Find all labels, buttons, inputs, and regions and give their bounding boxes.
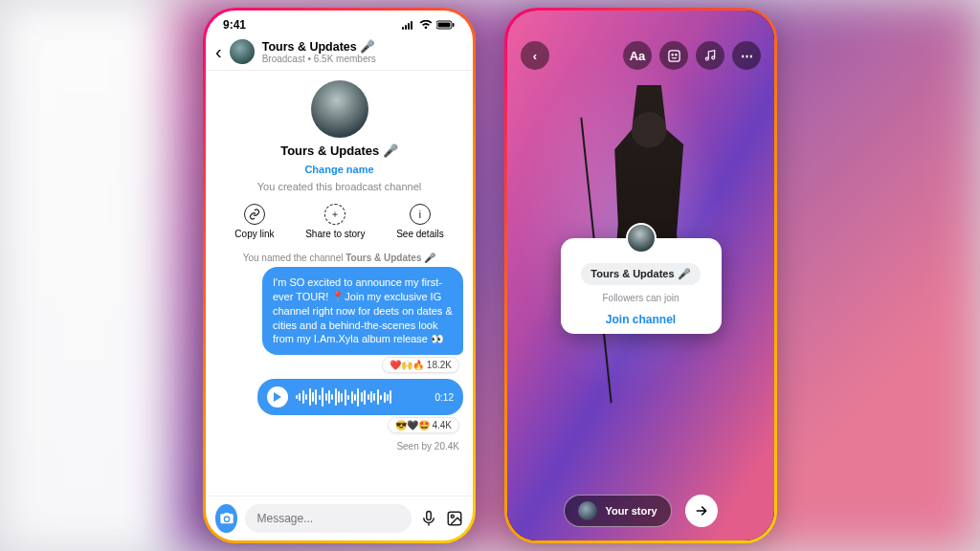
channel-system-note: You created this broadcast channel <box>257 181 421 192</box>
add-story-icon: ＋ <box>324 204 345 225</box>
chat-header: ‹ Tours & Updates 🎤 Broadcast • 6.5K mem… <box>206 33 473 71</box>
seen-by-label: Seen by 20.4K <box>396 441 459 452</box>
sticker-title: Tours & Updates 🎤 <box>581 263 700 285</box>
message-text[interactable]: I'm SO excited to announce my first-ever… <box>262 267 463 355</box>
message-reactions[interactable]: ❤️🙌🔥 18.2K <box>382 357 459 373</box>
header-subtitle: Broadcast • 6.5K members <box>262 54 376 64</box>
message-input[interactable] <box>245 504 412 533</box>
link-icon <box>244 204 265 225</box>
story-tools: ‹ Aa ⋯ <box>507 41 774 70</box>
gallery-button[interactable] <box>445 507 463 530</box>
copy-link-label: Copy link <box>234 229 274 239</box>
mic-button[interactable] <box>419 507 437 530</box>
channel-avatar[interactable] <box>311 80 368 138</box>
system-message: You named the channel Tours & Updates 🎤 <box>206 253 473 263</box>
music-tool[interactable] <box>696 41 724 70</box>
sticker-avatar <box>626 223 657 253</box>
info-icon: i <box>410 204 431 225</box>
avatar-icon <box>578 501 597 520</box>
battery-icon <box>436 20 456 30</box>
wifi-icon <box>419 20 433 30</box>
voice-reactions[interactable]: 😎🖤🤩 4.4K <box>388 417 459 433</box>
your-story-label: Your story <box>605 505 657 517</box>
your-story-button[interactable]: Your story <box>564 495 671 527</box>
phone-story-editor: 9:41 ‹ Aa ⋯ Tours & Updates 🎤 Followers … <box>504 8 777 543</box>
svg-point-10 <box>672 54 673 55</box>
back-icon[interactable]: ‹ <box>215 42 222 61</box>
svg-point-5 <box>451 515 454 518</box>
svg-rect-1 <box>438 23 451 28</box>
join-channel-sticker[interactable]: Tours & Updates 🎤 Followers can join Joi… <box>561 238 722 334</box>
header-title[interactable]: Tours & Updates 🎤 <box>262 39 376 54</box>
channel-name: Tours & Updates 🎤 <box>280 143 398 158</box>
svg-point-11 <box>675 54 676 55</box>
composer <box>206 496 473 540</box>
more-tool[interactable]: ⋯ <box>732 41 761 70</box>
phone-broadcast-channel: 9:41 ‹ Tours & Updates 🎤 Broadcast • 6.5… <box>203 8 476 543</box>
sticker-tool[interactable] <box>659 41 688 70</box>
see-details-button[interactable]: i See details <box>396 204 443 239</box>
channel-info: Tours & Updates 🎤 Change name You create… <box>206 71 473 245</box>
join-channel-button[interactable]: Join channel <box>570 313 712 326</box>
back-button[interactable]: ‹ <box>521 41 549 70</box>
story-footer: Your story <box>507 495 774 527</box>
voice-message[interactable]: 0:12 <box>257 379 463 415</box>
cellular-icon <box>402 20 415 30</box>
svg-rect-3 <box>427 512 432 520</box>
waveform-icon <box>296 387 428 407</box>
voice-duration: 0:12 <box>435 392 454 403</box>
status-bar: 9:41 <box>206 11 473 33</box>
send-story-button[interactable] <box>685 495 718 527</box>
play-icon[interactable] <box>267 386 288 408</box>
change-name-link[interactable]: Change name <box>304 164 373 175</box>
sticker-subtitle: Followers can join <box>570 293 712 303</box>
svg-point-12 <box>705 57 708 60</box>
see-details-label: See details <box>396 229 443 239</box>
share-to-story-button[interactable]: ＋ Share to story <box>305 204 365 239</box>
status-time: 9:41 <box>223 18 246 32</box>
share-to-story-label: Share to story <box>305 229 365 239</box>
camera-button[interactable] <box>215 504 237 533</box>
svg-point-13 <box>712 56 715 59</box>
text-tool[interactable]: Aa <box>623 41 652 70</box>
copy-link-button[interactable]: Copy link <box>234 204 274 239</box>
svg-rect-9 <box>668 50 679 60</box>
header-avatar[interactable] <box>230 39 255 64</box>
svg-rect-2 <box>453 23 455 27</box>
